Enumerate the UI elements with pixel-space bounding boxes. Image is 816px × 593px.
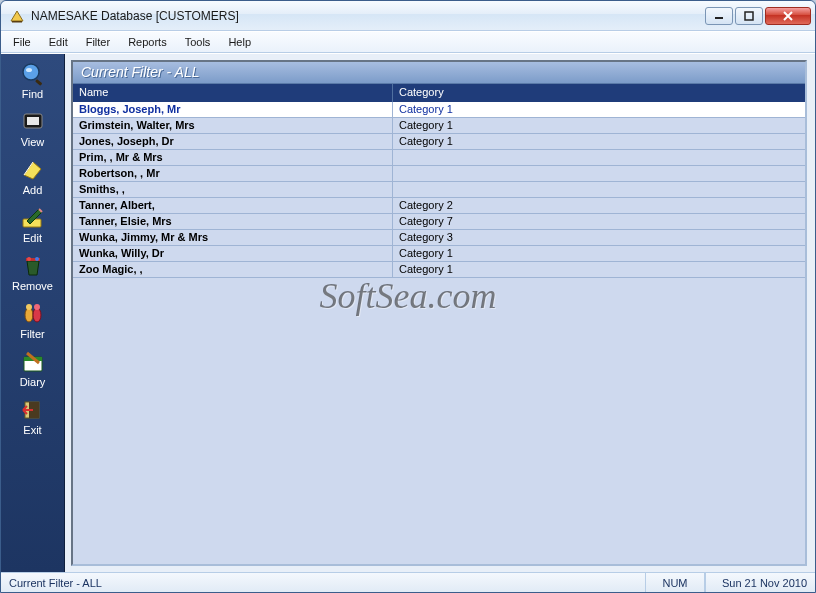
sidebar-find[interactable]: Find xyxy=(4,58,62,104)
cell-name: Wunka, Jimmy, Mr & Mrs xyxy=(73,230,393,245)
sidebar-diary[interactable]: Diary xyxy=(4,346,62,392)
cell-category xyxy=(393,182,805,197)
cell-name: Wunka, Willy, Dr xyxy=(73,246,393,261)
cell-category: Category 7 xyxy=(393,214,805,229)
sidebar-item-label: Diary xyxy=(20,376,46,388)
sidebar-item-label: View xyxy=(21,136,45,148)
svg-rect-7 xyxy=(27,117,39,125)
table-row[interactable]: Bloggs, Joseph, MrCategory 1 xyxy=(73,102,805,118)
column-name[interactable]: Name xyxy=(73,84,393,102)
cell-category: Category 1 xyxy=(393,118,805,133)
titlebar[interactable]: NAMESAKE Database [CUSTOMERS] xyxy=(1,1,815,31)
minimize-button[interactable] xyxy=(705,7,733,25)
sidebar: Find View Add Edit xyxy=(1,54,65,572)
app-window: NAMESAKE Database [CUSTOMERS] File Edit … xyxy=(0,0,816,593)
table-row[interactable]: Tanner, Elsie, MrsCategory 7 xyxy=(73,214,805,230)
table-row[interactable]: Wunka, Jimmy, Mr & MrsCategory 3 xyxy=(73,230,805,246)
table-row[interactable]: Jones, Joseph, DrCategory 1 xyxy=(73,134,805,150)
close-button[interactable] xyxy=(765,7,811,25)
exit-icon xyxy=(17,396,49,424)
diary-icon xyxy=(17,348,49,376)
remove-icon xyxy=(17,252,49,280)
svg-point-13 xyxy=(33,308,41,322)
sidebar-filter[interactable]: Filter xyxy=(4,298,62,344)
cell-name: Smiths, , xyxy=(73,182,393,197)
menubar: File Edit Filter Reports Tools Help xyxy=(1,31,815,53)
menu-filter[interactable]: Filter xyxy=(78,34,118,50)
cell-name: Tanner, Albert, xyxy=(73,198,393,213)
svg-point-11 xyxy=(35,257,39,261)
grid-header: Name Category xyxy=(73,84,805,102)
menu-tools[interactable]: Tools xyxy=(177,34,219,50)
data-grid: Name Category Bloggs, Joseph, MrCategory… xyxy=(73,84,805,564)
cell-category: Category 1 xyxy=(393,246,805,261)
cell-name: Robertson, , Mr xyxy=(73,166,393,181)
cell-category: Category 3 xyxy=(393,230,805,245)
edit-icon xyxy=(17,204,49,232)
svg-point-10 xyxy=(27,257,31,261)
sidebar-exit[interactable]: Exit xyxy=(4,394,62,440)
cell-category: Category 1 xyxy=(393,102,805,117)
table-row[interactable]: Wunka, Willy, DrCategory 1 xyxy=(73,246,805,262)
status-filter: Current Filter - ALL xyxy=(1,573,645,592)
table-row[interactable]: Smiths, , xyxy=(73,182,805,198)
filter-icon xyxy=(17,300,49,328)
cell-category xyxy=(393,150,805,165)
table-row[interactable]: Prim, , Mr & Mrs xyxy=(73,150,805,166)
maximize-button[interactable] xyxy=(735,7,763,25)
table-row[interactable]: Zoo Magic, ,Category 1 xyxy=(73,262,805,278)
cell-category: Category 2 xyxy=(393,198,805,213)
svg-rect-1 xyxy=(715,17,723,19)
menu-reports[interactable]: Reports xyxy=(120,34,175,50)
app-icon xyxy=(9,8,25,24)
svg-rect-5 xyxy=(35,79,42,86)
cell-category: Category 1 xyxy=(393,262,805,277)
svg-rect-0 xyxy=(12,21,22,23)
sidebar-item-label: Edit xyxy=(23,232,42,244)
cell-name: Grimstein, Walter, Mrs xyxy=(73,118,393,133)
svg-point-15 xyxy=(34,304,40,310)
table-row[interactable]: Robertson, , Mr xyxy=(73,166,805,182)
sidebar-item-label: Remove xyxy=(12,280,53,292)
svg-point-14 xyxy=(26,304,32,310)
grid-body[interactable]: Bloggs, Joseph, MrCategory 1Grimstein, W… xyxy=(73,102,805,564)
main-panel: Current Filter - ALL Name Category Blogg… xyxy=(65,54,815,572)
table-row[interactable]: Grimstein, Walter, MrsCategory 1 xyxy=(73,118,805,134)
menu-file[interactable]: File xyxy=(5,34,39,50)
view-icon xyxy=(17,108,49,136)
sidebar-item-label: Add xyxy=(23,184,43,196)
statusbar: Current Filter - ALL NUM Sun 21 Nov 2010 xyxy=(1,572,815,592)
svg-point-3 xyxy=(23,64,39,80)
sidebar-remove[interactable]: Remove xyxy=(4,250,62,296)
svg-point-12 xyxy=(25,308,33,322)
status-numlock: NUM xyxy=(645,573,705,592)
cell-name: Prim, , Mr & Mrs xyxy=(73,150,393,165)
table-row[interactable]: Tanner, Albert,Category 2 xyxy=(73,198,805,214)
column-category[interactable]: Category xyxy=(393,84,805,102)
cell-name: Zoo Magic, , xyxy=(73,262,393,277)
sidebar-add[interactable]: Add xyxy=(4,154,62,200)
window-controls xyxy=(705,7,811,25)
window-title: NAMESAKE Database [CUSTOMERS] xyxy=(31,9,239,23)
filter-header: Current Filter - ALL xyxy=(73,62,805,84)
sidebar-view[interactable]: View xyxy=(4,106,62,152)
body-area: Find View Add Edit xyxy=(1,53,815,572)
cell-category xyxy=(393,166,805,181)
svg-point-4 xyxy=(26,68,32,72)
svg-rect-2 xyxy=(745,12,753,20)
menu-edit[interactable]: Edit xyxy=(41,34,76,50)
add-icon xyxy=(17,156,49,184)
sidebar-item-label: Find xyxy=(22,88,43,100)
sidebar-edit[interactable]: Edit xyxy=(4,202,62,248)
status-date: Sun 21 Nov 2010 xyxy=(705,573,815,592)
find-icon xyxy=(17,60,49,88)
cell-name: Bloggs, Joseph, Mr xyxy=(73,102,393,117)
cell-name: Tanner, Elsie, Mrs xyxy=(73,214,393,229)
cell-name: Jones, Joseph, Dr xyxy=(73,134,393,149)
menu-help[interactable]: Help xyxy=(220,34,259,50)
sidebar-item-label: Exit xyxy=(23,424,41,436)
sidebar-item-label: Filter xyxy=(20,328,44,340)
data-panel: Current Filter - ALL Name Category Blogg… xyxy=(71,60,807,566)
cell-category: Category 1 xyxy=(393,134,805,149)
